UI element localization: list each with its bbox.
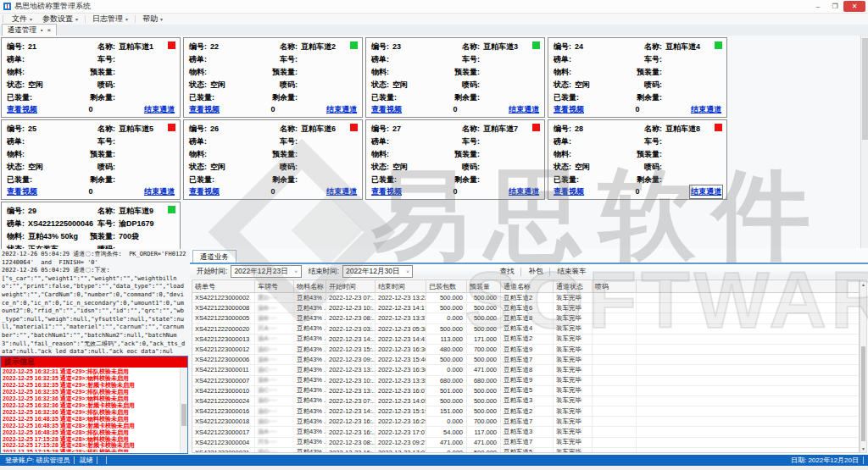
table-row[interactable]: XS4221223000017渝A····豆粕43% ...2022-12-23… <box>192 427 859 437</box>
table-row[interactable]: XS4221223000011渝C····豆粕43% ...2022-12-23… <box>192 365 859 375</box>
end-channel-link[interactable]: 结束通道 <box>144 104 175 115</box>
column-header[interactable]: 通道状态 <box>554 280 593 292</box>
tab-channel-business[interactable]: 通道业务 <box>192 250 236 263</box>
field-label: 剩余量: <box>548 92 662 103</box>
status-indicator <box>168 206 175 213</box>
card-field-row: 物料:预装量: <box>184 149 362 161</box>
table-row[interactable]: XS4221223000018渝D····豆粕43% ...2022-12-23… <box>192 417 859 427</box>
table-scrollbar[interactable]: ▲ ▼ <box>860 279 867 453</box>
close-button[interactable]: ✕ <box>843 1 865 12</box>
table-cell <box>593 417 637 426</box>
table-row[interactable]: XS4221223000007渝B····豆粕43% ...2022-12-23… <box>192 376 859 386</box>
toolbar-button-0[interactable]: 查找 <box>494 267 519 277</box>
menu-item-2[interactable]: 日志管理▾ <box>87 14 133 25</box>
field-value: 豆粕车道4 <box>665 41 700 53</box>
menu-item-3[interactable]: 帮助▾ <box>137 14 168 25</box>
table-row[interactable]: XS4221222000024渝D····豆粕43% ...2022-12-23… <box>192 396 859 406</box>
column-header[interactable]: 预装量 <box>467 280 501 292</box>
end-channel-link[interactable]: 结束通道 <box>326 104 357 115</box>
view-video-link[interactable]: 查看视频 <box>554 104 584 115</box>
alert-scrollbar-thumb[interactable] <box>181 404 186 426</box>
table-row[interactable]: XS4221223000008渝B····豆粕43% ...2022-12-23… <box>192 303 859 313</box>
table-cell: 豆粕车道5 <box>501 448 554 453</box>
tab-channel-management[interactable]: 通道管理 ▪ × <box>2 24 57 36</box>
table-row[interactable]: XS4221223000005渝B····豆粕43% ...2022-12-23… <box>192 313 859 323</box>
field-label: 车号: <box>366 54 480 65</box>
scroll-up-icon[interactable]: ▲ <box>860 280 866 288</box>
view-video-link[interactable]: 查看视频 <box>7 104 37 115</box>
table-row[interactable]: XS4221223000004川S····豆粕43% ...2022-12-23… <box>192 438 859 448</box>
table-cell: XS4221223000002 <box>192 293 255 302</box>
table-cell: 装车完毕 <box>554 303 593 312</box>
field-label: 剩余量: <box>366 174 480 185</box>
table-cell: 装车完毕 <box>554 293 593 302</box>
table-row[interactable]: XS4221223000006渝B····豆粕43% ...2022-12-23… <box>192 355 859 365</box>
table-row[interactable]: XS4221223000016渝D····豆粕43% ...2022-12-23… <box>192 406 859 417</box>
table-cell: 冀D···· <box>255 293 294 302</box>
column-header[interactable]: 通道名称 <box>501 280 554 292</box>
cards-scrollbar[interactable] <box>860 36 868 249</box>
table-cell: 500.000 <box>426 293 467 302</box>
table-cell: 豆粕车道5 <box>501 386 554 395</box>
table-cell: 2022-12-23 05:38... <box>376 324 426 334</box>
view-video-link[interactable]: 查看视频 <box>7 186 37 197</box>
table-cell: 豆粕43% ... <box>294 313 326 323</box>
table-scrollbar-thumb[interactable] <box>861 346 865 441</box>
card-field-row: 状态:空闲喷码: <box>548 162 726 174</box>
column-header[interactable]: 已装包数 <box>426 280 467 292</box>
table-row[interactable]: XS4221223000013渝A····豆粕43% ...2022-12-23… <box>192 335 859 345</box>
view-video-link[interactable]: 查看视频 <box>554 186 584 197</box>
loaded-count: 0 <box>270 105 275 113</box>
view-video-link[interactable]: 查看视频 <box>371 104 402 115</box>
table-cell-filler <box>637 396 859 406</box>
chevron-down-icon[interactable]: ˅ <box>403 266 412 277</box>
end-channel-link[interactable]: 结束通道 <box>691 186 721 197</box>
toolbar-button-2[interactable]: 结束装车 <box>552 267 591 277</box>
table-cell: 500.000 <box>426 396 467 406</box>
view-video-link[interactable]: 查看视频 <box>189 186 220 197</box>
toolbar-separator <box>520 268 521 276</box>
pin-icon[interactable]: ▪ <box>41 27 42 33</box>
cards-scrollbar-thumb[interactable] <box>862 38 868 140</box>
table-cell: 豆粕43% ... <box>294 376 326 385</box>
table-cell: 装车完毕 <box>554 396 593 406</box>
end-channel-link[interactable]: 结束通道 <box>509 186 539 197</box>
table-row[interactable]: XS4221222000020川A····豆粕43% ...2022-12-23… <box>192 324 859 335</box>
end-channel-link[interactable]: 结束通道 <box>144 186 175 197</box>
column-header[interactable]: 喷码 <box>593 280 637 292</box>
alert-list: 2022-12-25 16:32:31 通道<29>:排队校验未启用2022-1… <box>2 368 180 452</box>
scroll-down-icon[interactable]: ▼ <box>860 445 866 452</box>
card-field-row: 状态:空闲喷码: <box>548 80 726 91</box>
table-row[interactable]: XS4221223000012渝D····豆粕43% ...2022-12-23… <box>192 345 859 355</box>
table-row[interactable]: XS4221223000021渝G····豆粕43% ...2022-12-23… <box>192 448 859 453</box>
column-header[interactable]: 车牌号 <box>255 280 294 292</box>
chevron-down-icon[interactable]: ˅ <box>292 266 301 277</box>
tab-close-icon[interactable]: × <box>47 26 51 34</box>
card-field-row: 物料:预装量: <box>2 149 180 161</box>
toolbar-button-1[interactable]: 补包 <box>523 267 548 277</box>
view-video-link[interactable]: 查看视频 <box>189 104 220 115</box>
table-cell: 豆粕车道7 <box>501 355 554 364</box>
field-label: 预装量: <box>184 67 298 78</box>
column-header[interactable]: 磅单号 <box>192 280 255 292</box>
table-cell: 装车完毕 <box>554 365 593 374</box>
start-date-picker[interactable]: 2022年12月23日 ˅ <box>231 265 301 278</box>
restore-button[interactable]: ❐ <box>826 1 843 12</box>
end-channel-link[interactable]: 结束通道 <box>326 186 357 197</box>
end-date-picker[interactable]: 2022年12月30日 ˅ <box>342 265 413 278</box>
card-field-row: 已装量:剩余量: <box>184 174 362 186</box>
column-header[interactable]: 结束时间 <box>376 280 426 292</box>
column-header[interactable]: 开始时间 <box>326 280 376 292</box>
column-header[interactable]: 物料名称 <box>294 280 326 292</box>
table-row[interactable]: XS4221223000002冀D····豆粕43% ...2022-12-23… <box>192 293 859 303</box>
minimize-button[interactable]: – <box>810 1 826 12</box>
card-actions: 查看视频0结束通道 <box>189 186 357 196</box>
end-channel-link[interactable]: 结束通道 <box>691 104 721 115</box>
end-channel-link[interactable]: 结束通道 <box>509 104 539 115</box>
card-field-row: 已装量:剩余量: <box>366 174 544 186</box>
alert-scrollbar[interactable] <box>180 368 187 453</box>
table-cell: 2022-12-23 08:... <box>326 313 376 323</box>
view-video-link[interactable]: 查看视频 <box>371 186 402 197</box>
table-row[interactable]: XS4221223000010渝C····豆粕43% ...2022-12-23… <box>192 386 859 396</box>
table-cell: 2022-12-23 13:37... <box>376 313 426 323</box>
